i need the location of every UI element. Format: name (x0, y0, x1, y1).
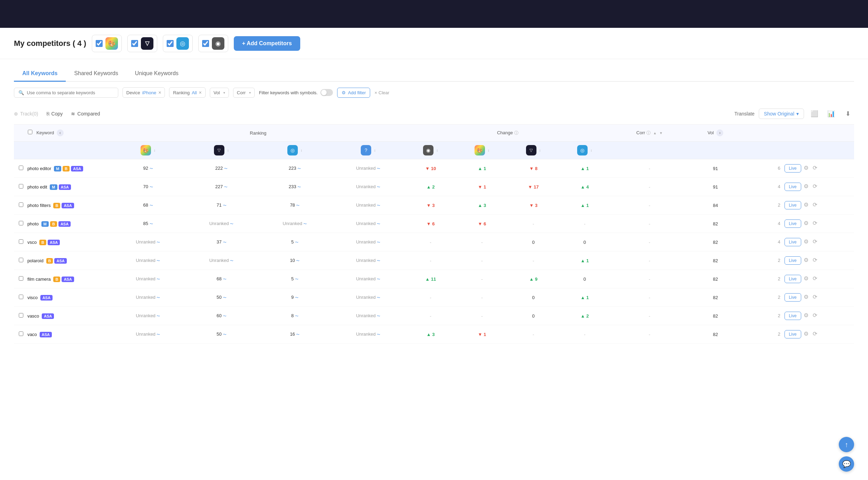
copy-toolbar-item[interactable]: ⎘ Copy (47, 111, 63, 117)
trend-icon[interactable]: 〜 (377, 333, 380, 336)
trend-icon[interactable]: 〜 (295, 277, 298, 281)
live-button-4[interactable]: Live (785, 238, 801, 246)
tab-shared-keywords[interactable]: Shared Keywords (66, 66, 126, 82)
history-icon-2[interactable]: ⟳ (813, 202, 817, 208)
trend-icon[interactable]: 〜 (230, 259, 233, 263)
ranking-sort-4[interactable]: ↕ (374, 149, 376, 152)
trend-icon[interactable]: 〜 (150, 185, 153, 189)
trend-icon[interactable]: 〜 (377, 185, 380, 189)
monitor-icon-button[interactable]: ⬜ (808, 107, 821, 120)
settings-icon-3[interactable]: ⚙ (804, 220, 809, 226)
select-all-checkbox[interactable] (28, 130, 32, 134)
trend-icon[interactable]: 〜 (377, 296, 380, 299)
ranking-filter-chip[interactable]: Ranking All × (169, 87, 205, 98)
trend-icon[interactable]: 〜 (150, 203, 153, 207)
live-button-9[interactable]: Live (785, 330, 801, 338)
history-icon-8[interactable]: ⟳ (813, 312, 817, 318)
live-button-0[interactable]: Live (785, 164, 801, 173)
trend-icon[interactable]: 〜 (297, 167, 301, 170)
trend-icon[interactable]: 〜 (157, 314, 160, 318)
trend-icon[interactable]: 〜 (297, 185, 301, 189)
show-original-button[interactable]: Show Original ▾ (759, 109, 804, 119)
settings-icon-7[interactable]: ⚙ (804, 294, 809, 300)
live-button-5[interactable]: Live (785, 256, 801, 265)
chart-icon-button[interactable]: 📊 (825, 107, 837, 120)
change-sort-1[interactable]: ↕ (436, 149, 438, 152)
row-checkbox-4[interactable] (19, 239, 23, 244)
track-toolbar-item[interactable]: ⊕ Track(0) (14, 111, 38, 117)
row-checkbox-0[interactable] (19, 166, 23, 170)
trend-icon[interactable]: 〜 (295, 296, 298, 299)
add-competitors-button[interactable]: + Add Competitors (234, 36, 300, 51)
history-icon-5[interactable]: ⟳ (813, 257, 817, 263)
trend-icon[interactable]: 〜 (296, 333, 300, 336)
trend-icon[interactable]: 〜 (377, 167, 380, 170)
vol-filter-chip[interactable]: Vol ▾ (210, 88, 229, 98)
settings-icon-8[interactable]: ⚙ (804, 312, 809, 318)
trend-icon[interactable]: 〜 (377, 277, 380, 281)
competitor-check-3[interactable] (167, 40, 174, 47)
settings-icon-9[interactable]: ⚙ (804, 331, 809, 337)
row-checkbox-8[interactable] (19, 313, 23, 318)
trend-icon[interactable]: 〜 (377, 240, 380, 244)
trend-icon[interactable]: 〜 (377, 203, 380, 207)
compared-toolbar-item[interactable]: ≋ Compared (71, 111, 100, 117)
device-filter-chip[interactable]: Device iPhone × (122, 87, 165, 98)
row-checkbox-2[interactable] (19, 202, 23, 207)
settings-icon-0[interactable]: ⚙ (804, 165, 809, 171)
trend-icon[interactable]: 〜 (150, 167, 153, 170)
trend-icon[interactable]: 〜 (157, 296, 160, 299)
trend-icon[interactable]: 〜 (303, 222, 307, 226)
competitor-chip-3[interactable]: ◎ (163, 35, 193, 52)
trend-icon[interactable]: 〜 (223, 333, 226, 336)
live-button-2[interactable]: Live (785, 201, 801, 209)
change-sort-2[interactable]: ↕ (488, 149, 489, 152)
keyword-col-arrow[interactable]: ‹ (57, 129, 64, 136)
corr-filter-chip[interactable]: Corr ▾ (233, 88, 255, 98)
keyword-input[interactable] (27, 90, 114, 95)
settings-icon-4[interactable]: ⚙ (804, 239, 809, 245)
clear-button[interactable]: × Clear (374, 90, 389, 95)
trend-icon[interactable]: 〜 (157, 333, 160, 336)
ranking-sort-3[interactable]: ↕ (301, 149, 302, 152)
trend-icon[interactable]: 〜 (296, 203, 300, 207)
history-icon-3[interactable]: ⟳ (813, 220, 817, 226)
tab-unique-keywords[interactable]: Unique Keywords (127, 66, 187, 82)
live-button-6[interactable]: Live (785, 275, 801, 283)
ranking-filter-close[interactable]: × (199, 90, 202, 95)
change-sort-3[interactable]: ↕ (539, 149, 541, 152)
trend-icon[interactable]: 〜 (223, 277, 226, 281)
history-icon-4[interactable]: ⟳ (813, 239, 817, 245)
competitor-chip-1[interactable]: 🎨 (92, 35, 122, 52)
trend-icon[interactable]: 〜 (230, 222, 233, 226)
settings-icon-1[interactable]: ⚙ (804, 183, 809, 189)
trend-icon[interactable]: 〜 (377, 222, 380, 226)
live-button-8[interactable]: Live (785, 312, 801, 320)
corr-sort-asc-icon[interactable]: ▼ (659, 131, 663, 135)
trend-icon[interactable]: 〜 (295, 240, 298, 244)
device-filter-close[interactable]: × (158, 90, 161, 95)
trend-icon[interactable]: 〜 (223, 296, 226, 299)
row-checkbox-9[interactable] (19, 331, 23, 336)
trend-icon[interactable]: 〜 (224, 185, 228, 189)
trend-icon[interactable]: 〜 (157, 277, 160, 281)
trend-icon[interactable]: 〜 (223, 203, 226, 207)
change-sort-4[interactable]: ↕ (590, 149, 592, 152)
row-checkbox-1[interactable] (19, 184, 23, 189)
settings-icon-2[interactable]: ⚙ (804, 202, 809, 208)
row-checkbox-5[interactable] (19, 258, 23, 262)
competitor-check-1[interactable] (96, 40, 103, 47)
scroll-top-button[interactable]: ↑ (839, 437, 854, 452)
settings-icon-6[interactable]: ⚙ (804, 275, 809, 281)
trend-icon[interactable]: 〜 (296, 259, 300, 263)
trend-icon[interactable]: 〜 (223, 240, 226, 244)
live-button-3[interactable]: Live (785, 219, 801, 228)
live-button-7[interactable]: Live (785, 293, 801, 302)
trend-icon[interactable]: 〜 (223, 314, 226, 318)
ranking-sort-1[interactable]: ↕ (154, 149, 156, 152)
trend-icon[interactable]: 〜 (377, 314, 380, 318)
history-icon-9[interactable]: ⟳ (813, 331, 817, 337)
settings-icon-5[interactable]: ⚙ (804, 257, 809, 263)
vol-col-arrow[interactable]: › (716, 129, 723, 136)
row-checkbox-7[interactable] (19, 295, 23, 299)
